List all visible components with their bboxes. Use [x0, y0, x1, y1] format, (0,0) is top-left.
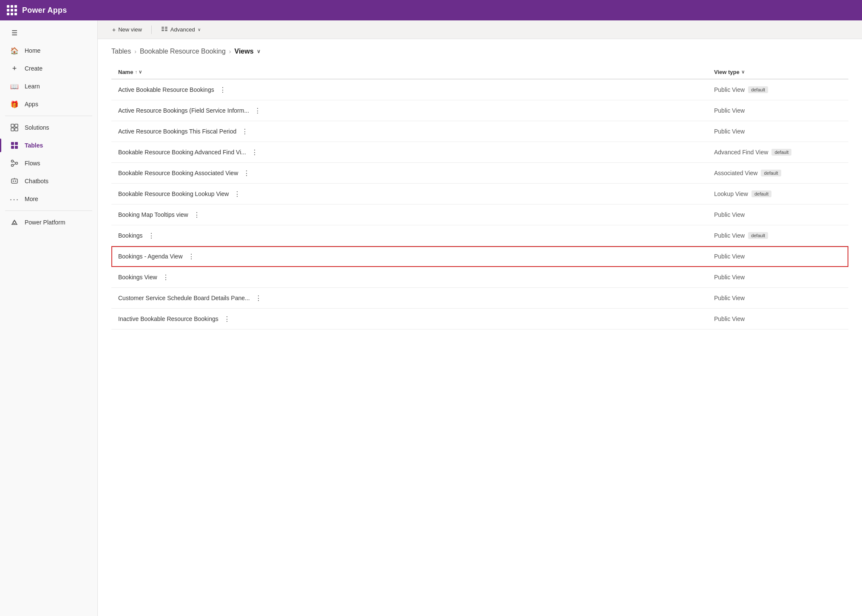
- sidebar-item-solutions[interactable]: Solutions: [3, 119, 95, 136]
- row-context-menu[interactable]: ⋮: [192, 210, 202, 220]
- sidebar-toggle[interactable]: ☰: [3, 24, 95, 41]
- svg-rect-1: [15, 124, 18, 127]
- apps-icon: 🎁: [10, 100, 19, 108]
- flows-icon: [10, 159, 19, 167]
- row-context-menu[interactable]: ⋮: [232, 189, 242, 199]
- solutions-icon: [10, 123, 19, 132]
- sidebar-item-home[interactable]: 🏠 Home: [3, 42, 95, 59]
- svg-rect-17: [162, 28, 164, 29]
- view-type-label: Public View: [714, 295, 745, 301]
- row-name: Active Resource Bookings (Field Service …: [118, 107, 249, 114]
- sidebar-item-label: Create: [25, 65, 43, 72]
- table-row[interactable]: Active Resource Bookings This Fiscal Per…: [111, 121, 848, 142]
- svg-point-12: [13, 181, 14, 182]
- create-icon: +: [10, 64, 19, 73]
- power-platform-icon: [10, 218, 19, 227]
- sidebar-item-label: Chatbots: [25, 178, 48, 185]
- view-type-label: Public View: [714, 211, 745, 218]
- svg-rect-5: [15, 142, 18, 145]
- breadcrumb-current-label: Views: [235, 48, 254, 55]
- col-header-name[interactable]: Name ↑ ∨: [118, 69, 714, 75]
- view-type-label: Public View: [714, 253, 745, 260]
- sidebar-item-label: Power Platform: [25, 219, 65, 226]
- row-name: Booking Map Tooltips view: [118, 211, 188, 218]
- row-name-cell: Customer Service Schedule Board Details …: [118, 293, 714, 303]
- sidebar-item-chatbots[interactable]: Chatbots: [3, 173, 95, 190]
- sidebar: ☰ 🏠 Home + Create 📖 Learn 🎁 Apps: [0, 20, 98, 616]
- svg-rect-11: [11, 179, 17, 183]
- table-row[interactable]: Active Resource Bookings (Field Service …: [111, 100, 848, 121]
- row-name-cell: Active Resource Bookings This Fiscal Per…: [118, 126, 714, 136]
- more-icon: ···: [10, 195, 19, 203]
- app-launcher-icon[interactable]: [7, 5, 17, 15]
- table-row[interactable]: Inactive Bookable Resource Bookings ⋮ Pu…: [111, 309, 848, 329]
- row-context-menu[interactable]: ⋮: [222, 314, 232, 324]
- svg-point-10: [11, 165, 14, 167]
- view-type-label: Advanced Find View: [714, 149, 768, 156]
- table-row[interactable]: Bookable Resource Booking Lookup View ⋮ …: [111, 184, 848, 204]
- col-viewtype-sort-icon: ∨: [741, 69, 745, 75]
- breadcrumb-current[interactable]: Views ∨: [235, 48, 261, 55]
- row-context-menu[interactable]: ⋮: [186, 251, 196, 261]
- row-context-menu[interactable]: ⋮: [240, 126, 250, 136]
- sidebar-item-more[interactable]: ··· More: [3, 190, 95, 207]
- svg-rect-20: [165, 30, 167, 31]
- row-context-menu[interactable]: ⋮: [161, 272, 171, 282]
- sidebar-item-tables[interactable]: Tables: [3, 137, 95, 154]
- breadcrumb-tables[interactable]: Tables: [111, 48, 131, 55]
- new-view-label: New view: [118, 26, 142, 33]
- row-name-cell: Bookable Resource Booking Advanced Find …: [118, 147, 714, 157]
- svg-rect-2: [11, 128, 14, 131]
- table-row-highlighted[interactable]: Bookings - Agenda View ⋮ Public View: [111, 246, 848, 267]
- table-row[interactable]: Bookings View ⋮ Public View: [111, 267, 848, 288]
- main-content: + New view Advanced ∨: [98, 20, 862, 616]
- sidebar-item-create[interactable]: + Create: [3, 60, 95, 77]
- row-name-cell: Inactive Bookable Resource Bookings ⋮: [118, 314, 714, 324]
- table-row[interactable]: Bookable Resource Booking Advanced Find …: [111, 142, 848, 163]
- row-context-menu[interactable]: ⋮: [241, 168, 252, 178]
- svg-rect-0: [11, 124, 14, 127]
- row-name-cell: Booking Map Tooltips view ⋮: [118, 210, 714, 220]
- new-view-button[interactable]: + New view: [108, 24, 146, 35]
- view-type-cell: Public View: [714, 274, 842, 281]
- row-context-menu[interactable]: ⋮: [218, 85, 228, 95]
- table-row[interactable]: Booking Map Tooltips view ⋮ Public View: [111, 204, 848, 225]
- sidebar-item-learn[interactable]: 📖 Learn: [3, 78, 95, 95]
- sidebar-item-apps[interactable]: 🎁 Apps: [3, 96, 95, 113]
- col-viewtype-label: View type: [714, 69, 740, 75]
- sidebar-item-label: Flows: [25, 160, 40, 167]
- advanced-button[interactable]: Advanced ∨: [157, 23, 205, 36]
- svg-rect-16: [165, 27, 167, 28]
- view-type-cell: Public View: [714, 211, 842, 218]
- sidebar-item-power-platform[interactable]: Power Platform: [3, 214, 95, 231]
- breadcrumb: Tables › Bookable Resource Booking › Vie…: [111, 48, 848, 55]
- breadcrumb-booking[interactable]: Bookable Resource Booking: [140, 48, 226, 55]
- row-context-menu[interactable]: ⋮: [250, 147, 260, 157]
- home-icon: 🏠: [10, 46, 19, 55]
- view-type-label: Public View: [714, 232, 745, 239]
- default-badge: default: [748, 86, 768, 93]
- svg-rect-6: [11, 146, 14, 149]
- table-row[interactable]: Active Bookable Resource Bookings ⋮ Publ…: [111, 79, 848, 100]
- sidebar-item-flows[interactable]: Flows: [3, 155, 95, 172]
- default-badge: default: [748, 232, 768, 239]
- table-row[interactable]: Bookable Resource Booking Associated Vie…: [111, 163, 848, 184]
- learn-icon: 📖: [10, 82, 19, 91]
- toolbar: + New view Advanced ∨: [98, 20, 862, 39]
- table-row[interactable]: Customer Service Schedule Board Details …: [111, 288, 848, 309]
- toolbar-separator: [151, 26, 152, 34]
- row-context-menu[interactable]: ⋮: [253, 293, 264, 303]
- row-context-menu[interactable]: ⋮: [146, 230, 156, 241]
- app-title: Power Apps: [22, 6, 67, 15]
- row-context-menu[interactable]: ⋮: [252, 105, 263, 116]
- table-row[interactable]: Bookings ⋮ Public View default: [111, 225, 848, 246]
- breadcrumb-dropdown-icon: ∨: [257, 48, 261, 54]
- sidebar-item-label: Home: [25, 47, 40, 54]
- breadcrumb-sep-2: ›: [229, 48, 231, 55]
- content-area: Tables › Bookable Resource Booking › Vie…: [98, 39, 862, 616]
- view-type-cell: Public View: [714, 315, 842, 322]
- col-header-viewtype[interactable]: View type ∨: [714, 69, 842, 75]
- row-name: Inactive Bookable Resource Bookings: [118, 315, 218, 322]
- view-type-label: Associated View: [714, 170, 757, 176]
- row-name: Bookable Resource Booking Associated Vie…: [118, 170, 238, 176]
